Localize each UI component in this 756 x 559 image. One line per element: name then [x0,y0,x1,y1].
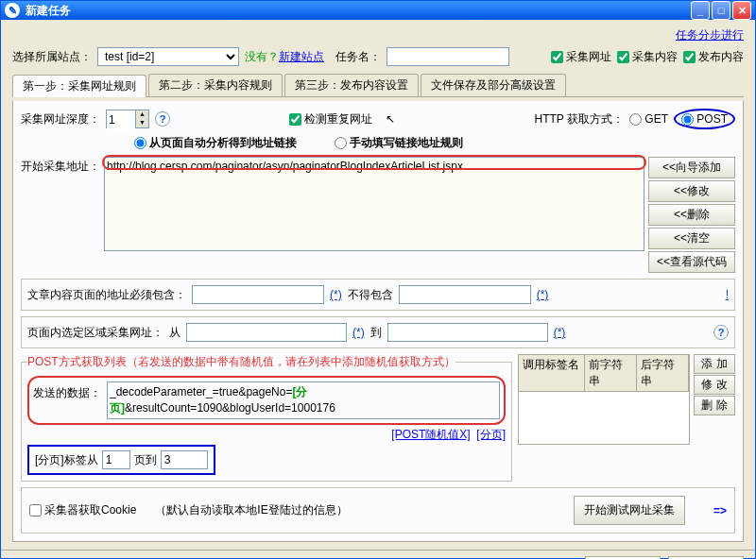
http-get-radio[interactable] [629,113,642,126]
not-contain-input[interactable] [399,285,531,304]
range-to-input[interactable] [387,323,548,342]
table-body[interactable] [518,392,690,445]
small-delete-button[interactable]: 删 除 [694,396,735,415]
cookie-check[interactable] [29,504,42,517]
wizard-add-button[interactable]: <<向导添加 [648,157,735,178]
depth-up[interactable]: ▲ [135,110,148,119]
start-url-textarea[interactable]: http://blog.cersp.com/paginator/asyn/pag… [104,157,644,251]
detect-dup-check[interactable] [289,113,301,126]
depth-down[interactable]: ▼ [135,119,148,127]
star-link-1[interactable]: (*) [330,288,342,301]
cursor-icon: ↖ [386,112,395,126]
titlebar: ✎ 新建任务 _ □ ✕ [1,1,755,20]
help-icon-2[interactable]: ? [713,325,729,340]
tab-advanced[interactable]: 文件保存及部分高级设置 [421,74,566,96]
minimize-button[interactable]: _ [691,1,710,20]
start-test-button[interactable]: 开始测试网址采集 [574,496,685,525]
tab-bar: 第一步：采集网址规则 第二步：采集内容规则 第三步：发布内容设置 文件保存及部分… [12,74,744,97]
range-label: 页面内选定区域采集网址： [27,325,163,341]
http-post-radio[interactable] [681,113,694,126]
page-split-link[interactable]: [分页] [476,428,506,441]
http-method-label: HTTP 获取方式： [535,111,624,127]
post-data-textarea[interactable]: _decodeParameter_=true&pageNo=[分页]&resul… [107,381,500,419]
site-select[interactable]: test [id=2] [97,47,239,66]
delete-button[interactable]: <<删除 [648,204,735,226]
start-url-label: 开始采集地址： [21,157,100,273]
maximize-button[interactable]: □ [712,1,730,20]
star-link-2[interactable]: (*) [537,288,549,301]
small-modify-button[interactable]: 修 改 [694,375,735,395]
clear-button[interactable]: <<清空 [648,228,735,249]
publish-content-check[interactable] [683,51,696,63]
window-title: 新建任务 [26,3,691,19]
depth-label: 采集网址深度： [21,111,100,127]
task-name-label: 任务名： [335,49,381,65]
cookie-hint: （默认自动读取本地IE登陆过的信息） [155,502,347,518]
modify-button[interactable]: <<修改 [648,180,735,202]
range-from-input[interactable] [186,323,347,342]
tab-step3[interactable]: 第三步：发布内容设置 [284,74,419,96]
close-button[interactable]: ✕ [732,1,751,20]
view-source-button[interactable]: <<查看源代码 [648,251,735,273]
range-from-label: 从 [169,325,180,341]
depth-input[interactable] [107,110,135,129]
site-label: 选择所属站点： [12,49,92,65]
must-contain-input[interactable] [192,285,324,304]
page-to-label: 页到 [134,452,157,468]
tab-step2[interactable]: 第二步：采集内容规则 [148,74,283,96]
help-icon[interactable]: ? [155,111,170,127]
star-link-3[interactable]: (*) [352,326,365,339]
tab-step1[interactable]: 第一步：采集网址规则 [12,75,146,97]
range-to-label: 到 [370,325,382,341]
table-header: 调用标签名 前字符串 后字符串 [518,354,690,392]
collect-content-check[interactable] [617,51,629,63]
depth-spinner[interactable]: ▲▼ [106,110,149,128]
auto-analyze-radio[interactable] [134,137,146,149]
star-link-4[interactable]: (*) [554,326,566,339]
step-progress-link[interactable]: 任务分步进行 [676,27,744,43]
not-contain-label: 不得包含 [348,287,393,303]
manual-rule-radio[interactable] [335,137,347,149]
app-icon: ✎ [5,3,20,18]
post-data-label: 发送的数据： [33,381,101,419]
page-from-input[interactable] [102,450,130,469]
post-legend: POST方式获取列表（若发送的数据中带有随机值，请在列表中添加随机值获取方式） [27,354,455,370]
small-add-button[interactable]: 添 加 [694,354,735,374]
collect-url-check[interactable] [551,51,563,63]
next-arrow-link[interactable]: => [713,504,727,517]
post-rand-link[interactable]: [POST随机值X] [391,428,470,441]
excl-link[interactable]: ! [726,288,729,301]
new-site-link[interactable]: 新建站点 [279,50,324,63]
new-site-prompt: 没有？新建站点 [245,49,324,65]
task-name-input[interactable] [387,47,509,66]
page-to-input[interactable] [161,450,208,469]
page-tag-label: [分页]标签从 [35,452,98,468]
must-contain-label: 文章内容页面的地址必须包含： [27,287,186,303]
